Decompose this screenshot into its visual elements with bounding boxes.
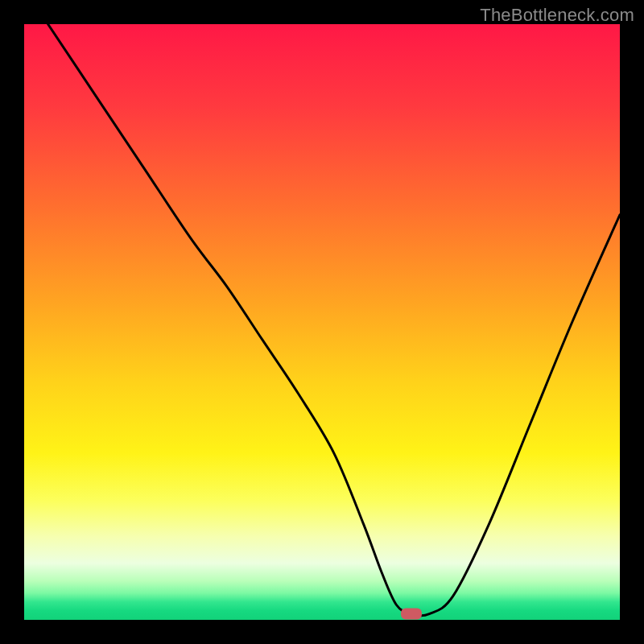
- plot-area: [24, 24, 620, 620]
- plot-svg: [24, 24, 620, 620]
- optimum-marker: [401, 609, 422, 620]
- gradient-background: [24, 24, 620, 620]
- chart-frame: TheBottleneck.com: [0, 0, 644, 644]
- watermark-text: TheBottleneck.com: [480, 5, 634, 26]
